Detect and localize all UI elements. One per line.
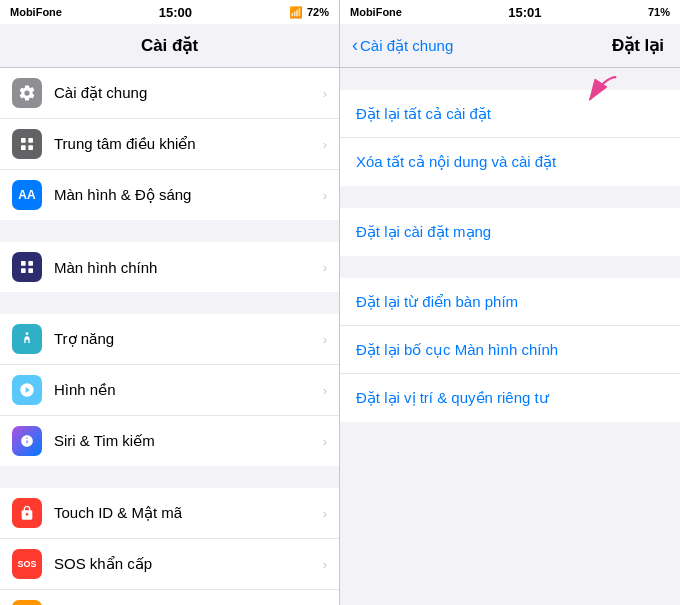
right-section-1: Đặt lại tất cả cài đặt Xóa tất cả nội du… (340, 90, 680, 186)
svg-rect-6 (21, 268, 26, 273)
divider-3 (0, 466, 339, 488)
back-label: Cài đặt chung (360, 37, 453, 55)
general-label: Cài đặt chung (54, 84, 323, 102)
homescreen-icon (12, 252, 42, 282)
row-reset-location[interactable]: Đặt lại vị trí & quyền riêng tư (340, 374, 680, 422)
left-nav-bar: Cài đặt (0, 24, 339, 68)
row-control[interactable]: Trung tâm điều khiển › (0, 119, 339, 170)
svg-rect-7 (28, 268, 33, 273)
homescreen-label: Màn hình chính (54, 259, 323, 276)
left-panel: MobiFone 15:00 📶 72% Cài đặt Cài đặt chu… (0, 0, 340, 605)
touchid-icon (12, 498, 42, 528)
erase-label: Xóa tất cả nội dung và cài đặt (356, 153, 556, 171)
row-reset-layout[interactable]: Đặt lại bố cục Màn hình chính (340, 326, 680, 374)
left-nav-title: Cài đặt (141, 35, 198, 56)
section-1: Cài đặt chung › Trung tâm điều khiển › A… (0, 68, 339, 220)
reset-layout-label: Đặt lại bố cục Màn hình chính (356, 341, 558, 359)
sos-label: SOS khẩn cấp (54, 555, 323, 573)
right-nav-bar: ‹ Cài đặt chung Đặt lại (340, 24, 680, 68)
svg-rect-4 (21, 261, 26, 266)
row-sos[interactable]: SOS SOS khẩn cấp › (0, 539, 339, 590)
row-siri[interactable]: Siri & Tim kiếm › (0, 416, 339, 466)
back-button[interactable]: ‹ Cài đặt chung (352, 35, 453, 56)
right-section-3: Đặt lại từ điển bàn phím Đặt lại bố cục … (340, 278, 680, 422)
siri-chevron: › (323, 434, 327, 449)
row-display[interactable]: AA Màn hình & Độ sáng › (0, 170, 339, 220)
touchid-label: Touch ID & Mật mã (54, 504, 323, 522)
right-divider-top (340, 68, 680, 90)
row-homescreen[interactable]: Màn hình chính › (0, 242, 339, 292)
divider-2 (0, 292, 339, 314)
svg-rect-3 (28, 145, 33, 150)
touchid-chevron: › (323, 506, 327, 521)
settings-list: Cài đặt chung › Trung tâm điều khiển › A… (0, 68, 339, 605)
right-divider-1 (340, 186, 680, 208)
reset-keyboard-label: Đặt lại từ điển bàn phím (356, 293, 518, 311)
display-icon: AA (12, 180, 42, 210)
wifi-icon: 📶 (289, 6, 303, 19)
right-status-bar: MobiFone 15:01 71% (340, 0, 680, 24)
right-battery: 71% (648, 6, 670, 18)
svg-rect-5 (28, 261, 33, 266)
right-time: 15:01 (508, 5, 541, 20)
right-nav-title: Đặt lại (612, 35, 664, 56)
left-time: 15:00 (159, 5, 192, 20)
right-content: Đặt lại tất cả cài đặt Xóa tất cả nội du… (340, 68, 680, 605)
accessibility-icon (12, 324, 42, 354)
row-exposure[interactable]: Thông báo tiếp xúc › (0, 590, 339, 605)
back-chevron-icon: ‹ (352, 35, 358, 56)
left-carrier: MobiFone (10, 6, 62, 18)
section-3: Trợ năng › Hình nền › Siri & Tim kiếm › (0, 314, 339, 466)
svg-rect-2 (21, 145, 26, 150)
row-accessibility[interactable]: Trợ năng › (0, 314, 339, 365)
sos-icon: SOS (12, 549, 42, 579)
reset-network-label: Đặt lại cài đặt mạng (356, 223, 491, 241)
reset-all-label: Đặt lại tất cả cài đặt (356, 105, 491, 123)
right-divider-2 (340, 256, 680, 278)
svg-point-8 (26, 332, 29, 335)
row-wallpaper[interactable]: Hình nền › (0, 365, 339, 416)
general-chevron: › (323, 86, 327, 101)
display-chevron: › (323, 188, 327, 203)
row-reset-all[interactable]: Đặt lại tất cả cài đặt (340, 90, 680, 138)
svg-rect-0 (21, 138, 26, 143)
wallpaper-icon (12, 375, 42, 405)
row-reset-keyboard[interactable]: Đặt lại từ điển bàn phím (340, 278, 680, 326)
divider-1 (0, 220, 339, 242)
right-section-2: Đặt lại cài đặt mạng (340, 208, 680, 256)
section-2: Màn hình chính › (0, 242, 339, 292)
row-reset-network[interactable]: Đặt lại cài đặt mạng (340, 208, 680, 256)
row-general[interactable]: Cài đặt chung › (0, 68, 339, 119)
sos-chevron: › (323, 557, 327, 572)
left-status-bar: MobiFone 15:00 📶 72% (0, 0, 339, 24)
svg-rect-1 (28, 138, 33, 143)
section-4: Touch ID & Mật mã › SOS SOS khẩn cấp › T… (0, 488, 339, 605)
row-touchid[interactable]: Touch ID & Mật mã › (0, 488, 339, 539)
reset-location-label: Đặt lại vị trí & quyền riêng tư (356, 389, 549, 407)
control-chevron: › (323, 137, 327, 152)
accessibility-chevron: › (323, 332, 327, 347)
accessibility-label: Trợ năng (54, 330, 323, 348)
siri-icon (12, 426, 42, 456)
battery-text: 72% (307, 6, 329, 18)
general-icon (12, 78, 42, 108)
homescreen-chevron: › (323, 260, 327, 275)
control-icon (12, 129, 42, 159)
siri-label: Siri & Tim kiếm (54, 432, 323, 450)
right-divider-3 (340, 422, 680, 444)
right-carrier: MobiFone (350, 6, 402, 18)
wallpaper-label: Hình nền (54, 381, 323, 399)
wallpaper-chevron: › (323, 383, 327, 398)
exposure-icon (12, 600, 42, 605)
row-erase[interactable]: Xóa tất cả nội dung và cài đặt (340, 138, 680, 186)
pink-arrow (560, 72, 620, 112)
right-panel: MobiFone 15:01 71% ‹ Cài đặt chung Đặt l… (340, 0, 680, 605)
display-label: Màn hình & Độ sáng (54, 186, 323, 204)
control-label: Trung tâm điều khiển (54, 135, 323, 153)
left-status-icons: 📶 72% (289, 6, 329, 19)
